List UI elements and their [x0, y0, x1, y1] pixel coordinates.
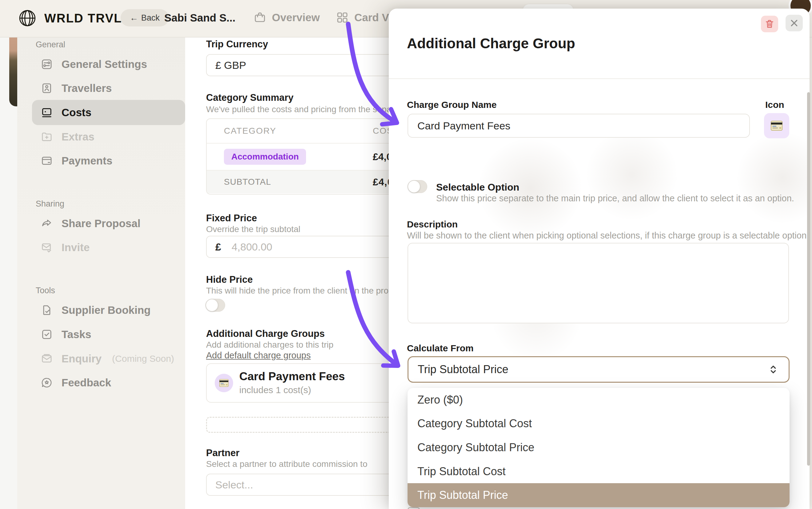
selectable-option-toggle[interactable]	[408, 180, 427, 193]
toggle-knob	[408, 180, 420, 193]
add-default-charge-groups-link[interactable]: Add default charge groups	[206, 350, 311, 361]
sidebar-item-travellers[interactable]: Travellers	[32, 76, 185, 101]
share-icon	[41, 217, 53, 230]
charge-group-card[interactable]: Card Payment Fees includes 1 cost(s)	[206, 363, 410, 403]
sidebar-item-tasks[interactable]: Tasks	[32, 322, 185, 347]
select-chevrons-icon	[767, 363, 779, 376]
table-row[interactable]: Accommodation £4,0	[207, 143, 410, 170]
sidebar-section-tools: Tools	[36, 286, 55, 295]
settings-icon	[41, 58, 53, 70]
close-modal-button[interactable]	[785, 15, 803, 31]
subtotal-label: SUBTOTAL	[224, 177, 271, 187]
fixed-price-placeholder: 4,800.00	[232, 241, 272, 253]
costs-icon	[41, 106, 53, 118]
charge-group-name-input[interactable]	[408, 114, 750, 138]
sidebar-item-enquiry[interactable]: Enquiry (Coming Soon)	[32, 346, 185, 371]
sidebar-item-extras[interactable]: Extras	[32, 124, 185, 149]
tab-card-view-label: Card V	[354, 11, 389, 24]
icon-label: Icon	[765, 100, 784, 110]
folder-plus-icon	[41, 131, 53, 143]
hide-price-label: Hide Price	[206, 274, 253, 285]
additional-charge-groups-title: Additional Charge Groups	[206, 328, 325, 339]
calculate-from-dropdown: Zero ($0) Category Subtotal Cost Categor…	[408, 388, 789, 507]
fixed-price-hint: Override the trip subtotal	[206, 225, 300, 234]
sidebar-item-label: Costs	[62, 106, 91, 118]
trip-currency-value: £ GBP	[215, 59, 246, 71]
charge-group-card-title: Card Payment Fees	[239, 370, 345, 383]
fixed-price-input[interactable]: £ 4,800.00	[206, 236, 409, 258]
window-scrollbar-thumb[interactable]	[807, 92, 810, 466]
charge-group-icon-circle	[215, 374, 233, 392]
sidebar-item-label: Supplier Booking	[62, 304, 151, 316]
task-checkbox-icon	[41, 328, 53, 341]
sidebar-item-label: General Settings	[62, 58, 147, 70]
tab-card-view[interactable]: Card V	[336, 11, 389, 24]
sidebar-item-label: Share Proposal	[62, 217, 140, 230]
sidebar-item-label: Travellers	[62, 82, 112, 94]
trip-title[interactable]: Sabi Sand S...	[164, 12, 235, 24]
tab-overview-label: Overview	[272, 11, 320, 24]
category-summary-subtitle: We've pulled the costs and pricing from …	[206, 104, 406, 114]
dropdown-option-category-subtotal-cost[interactable]: Category Subtotal Cost	[408, 412, 789, 436]
category-summary-table: CATEGORY COST Accommodation £4,0 SUBTOTA…	[206, 118, 410, 195]
coming-soon-suffix: (Coming Soon)	[112, 353, 174, 364]
modal-header-divider	[389, 78, 810, 79]
credit-card-icon	[41, 155, 53, 167]
logo-text: WRLD TRVL	[44, 11, 122, 25]
grid-icon	[336, 11, 349, 24]
exclude-from-commission-row[interactable]: Exclude from Commission	[408, 507, 555, 509]
partner-label: Partner	[206, 447, 239, 459]
add-charge-group-dropzone[interactable]	[206, 417, 409, 433]
close-icon	[789, 19, 799, 28]
tab-overview[interactable]: Overview	[254, 11, 320, 24]
globe-logo-icon	[17, 8, 37, 28]
partner-placeholder: Select...	[215, 479, 253, 491]
app-logo[interactable]: WRLD TRVL	[17, 8, 122, 28]
description-hint: Will be shown to the client when picking…	[407, 231, 809, 241]
credit-card-emoji-icon	[770, 118, 784, 133]
sidebar-item-general-settings[interactable]: General Settings	[32, 52, 185, 77]
checkbox-icon[interactable]	[408, 507, 420, 509]
table-header-category: CATEGORY	[224, 126, 277, 136]
table-subtotal-row: SUBTOTAL £4,0	[207, 170, 410, 193]
sidebar-item-payments[interactable]: Payments	[32, 148, 185, 173]
dropdown-option-category-subtotal-price[interactable]: Category Subtotal Price	[408, 436, 789, 460]
traveller-card-icon	[41, 82, 53, 94]
trash-icon	[764, 19, 775, 29]
additional-charge-groups-hint: Add additional charges to this trip	[206, 340, 333, 350]
dropdown-option-trip-subtotal-price-selected[interactable]: Trip Subtotal Price	[408, 483, 789, 507]
credit-card-emoji-icon	[218, 377, 229, 388]
back-label: Back	[141, 13, 160, 23]
sidebar-item-share-proposal[interactable]: Share Proposal	[32, 211, 185, 236]
partner-select[interactable]: Select...	[206, 474, 409, 496]
sidebar-item-supplier-booking[interactable]: Supplier Booking	[32, 298, 185, 323]
charge-group-name-label: Charge Group Name	[407, 100, 497, 110]
sidebar-item-feedback[interactable]: Feedback	[32, 370, 185, 395]
category-summary-title: Category Summary	[206, 92, 293, 103]
sidebar-item-label: Invite	[62, 241, 90, 253]
dropdown-option-trip-subtotal-cost[interactable]: Trip Subtotal Cost	[408, 460, 789, 483]
sidebar: General General Settings Travellers Cost…	[17, 37, 185, 509]
calculate-from-select[interactable]: Trip Subtotal Price	[408, 356, 789, 383]
description-label: Description	[407, 219, 458, 230]
selectable-option-label: Selectable Option	[436, 182, 519, 193]
sidebar-item-invite[interactable]: Invite	[32, 235, 185, 260]
back-button[interactable]: ← Back	[121, 9, 169, 27]
hide-price-toggle[interactable]	[205, 299, 225, 312]
description-textarea[interactable]	[408, 243, 789, 324]
selectable-option-hint: Show this price separate to the main tri…	[436, 193, 794, 203]
hide-price-hint: This will hide the price from the client…	[206, 286, 416, 296]
sidebar-item-label: Tasks	[62, 328, 91, 341]
delete-charge-group-button[interactable]	[761, 16, 778, 32]
ghost-blob	[586, 129, 678, 221]
sidebar-item-costs[interactable]: Costs	[32, 100, 185, 125]
toggle-knob	[206, 299, 218, 311]
icon-picker-button[interactable]	[764, 113, 789, 138]
trip-currency-select[interactable]: £ GBP	[206, 54, 409, 76]
dropdown-option-zero[interactable]: Zero ($0)	[408, 388, 789, 412]
back-arrow-icon: ←	[130, 13, 138, 23]
charge-group-card-subtitle: includes 1 cost(s)	[239, 385, 311, 395]
sidebar-section-sharing: Sharing	[36, 199, 64, 209]
sidebar-item-label: Feedback	[62, 376, 111, 389]
mail-check-icon	[41, 241, 53, 253]
